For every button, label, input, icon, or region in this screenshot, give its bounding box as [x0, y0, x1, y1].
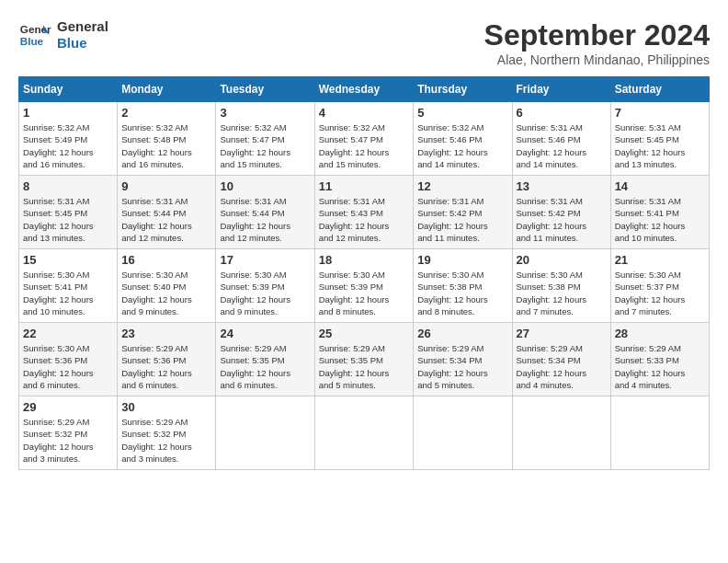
calendar-week-row: 1Sunrise: 5:32 AMSunset: 5:49 PMDaylight… [19, 102, 710, 176]
day-number: 11 [319, 179, 410, 193]
table-row: 17Sunrise: 5:30 AMSunset: 5:39 PMDayligh… [216, 249, 314, 323]
location-title: Alae, Northern Mindanao, Philippines [484, 52, 710, 67]
month-title: September 2024 [484, 18, 710, 52]
table-row: 12Sunrise: 5:31 AMSunset: 5:42 PMDayligh… [414, 176, 512, 249]
day-info: Sunrise: 5:30 AMSunset: 5:41 PMDaylight:… [23, 269, 113, 317]
table-row: 14Sunrise: 5:31 AMSunset: 5:41 PMDayligh… [610, 176, 709, 249]
day-info: Sunrise: 5:30 AMSunset: 5:38 PMDaylight:… [417, 269, 507, 317]
day-number: 21 [615, 253, 705, 267]
day-number: 28 [615, 327, 705, 340]
table-row: 28Sunrise: 5:29 AMSunset: 5:33 PMDayligh… [610, 323, 709, 396]
day-info: Sunrise: 5:32 AMSunset: 5:46 PMDaylight:… [417, 121, 507, 170]
table-row: 16Sunrise: 5:30 AMSunset: 5:40 PMDayligh… [118, 249, 216, 323]
day-info: Sunrise: 5:30 AMSunset: 5:39 PMDaylight:… [220, 269, 310, 317]
calendar-week-row: 29Sunrise: 5:29 AMSunset: 5:32 PMDayligh… [19, 396, 710, 470]
day-info: Sunrise: 5:30 AMSunset: 5:38 PMDaylight:… [517, 269, 607, 317]
calendar-week-row: 22Sunrise: 5:30 AMSunset: 5:36 PMDayligh… [19, 323, 710, 396]
calendar-table: Sunday Monday Tuesday Wednesday Thursday… [18, 76, 710, 470]
day-number: 12 [417, 179, 507, 193]
table-row: 19Sunrise: 5:30 AMSunset: 5:38 PMDayligh… [414, 249, 512, 323]
day-info: Sunrise: 5:31 AMSunset: 5:44 PMDaylight:… [121, 195, 211, 244]
header-thursday: Thursday [414, 77, 512, 102]
day-number: 5 [417, 106, 507, 120]
page-header: General Blue General Blue September 2024… [18, 18, 710, 67]
day-number: 6 [517, 106, 607, 120]
day-info: Sunrise: 5:31 AMSunset: 5:42 PMDaylight:… [417, 195, 507, 244]
day-info: Sunrise: 5:32 AMSunset: 5:49 PMDaylight:… [23, 121, 113, 170]
table-row: 30Sunrise: 5:29 AMSunset: 5:32 PMDayligh… [118, 396, 216, 470]
day-info: Sunrise: 5:29 AMSunset: 5:34 PMDaylight:… [517, 342, 607, 391]
table-row: 3Sunrise: 5:32 AMSunset: 5:47 PMDaylight… [216, 102, 314, 176]
day-number: 29 [23, 400, 113, 414]
day-number: 20 [517, 253, 607, 267]
header-saturday: Saturday [610, 77, 709, 102]
calendar-week-row: 8Sunrise: 5:31 AMSunset: 5:45 PMDaylight… [19, 176, 710, 249]
day-info: Sunrise: 5:31 AMSunset: 5:46 PMDaylight:… [517, 121, 607, 170]
day-number: 4 [319, 106, 410, 120]
day-number: 15 [23, 253, 113, 267]
table-row: 18Sunrise: 5:30 AMSunset: 5:39 PMDayligh… [314, 249, 414, 323]
day-info: Sunrise: 5:29 AMSunset: 5:35 PMDaylight:… [220, 342, 310, 391]
day-info: Sunrise: 5:30 AMSunset: 5:40 PMDaylight:… [121, 269, 211, 317]
header-tuesday: Tuesday [216, 77, 314, 102]
header-monday: Monday [118, 77, 216, 102]
table-row: 11Sunrise: 5:31 AMSunset: 5:43 PMDayligh… [314, 176, 414, 249]
table-row: 6Sunrise: 5:31 AMSunset: 5:46 PMDaylight… [512, 102, 610, 176]
day-info: Sunrise: 5:32 AMSunset: 5:48 PMDaylight:… [121, 121, 211, 170]
table-row: 2Sunrise: 5:32 AMSunset: 5:48 PMDaylight… [118, 102, 216, 176]
table-row: 21Sunrise: 5:30 AMSunset: 5:37 PMDayligh… [610, 249, 709, 323]
day-info: Sunrise: 5:30 AMSunset: 5:39 PMDaylight:… [319, 269, 410, 317]
day-number: 18 [319, 253, 410, 267]
logo-blue: Blue [57, 35, 108, 52]
day-number: 1 [23, 106, 113, 120]
svg-text:Blue: Blue [20, 35, 44, 47]
day-number: 16 [121, 253, 211, 267]
table-row: 22Sunrise: 5:30 AMSunset: 5:36 PMDayligh… [19, 323, 118, 396]
day-info: Sunrise: 5:31 AMSunset: 5:41 PMDaylight:… [615, 195, 705, 244]
weekday-header-row: Sunday Monday Tuesday Wednesday Thursday… [19, 77, 710, 102]
day-number: 27 [517, 327, 607, 340]
day-number: 30 [121, 400, 211, 414]
day-number: 13 [517, 179, 607, 193]
logo-icon: General Blue [18, 18, 51, 52]
table-row: 27Sunrise: 5:29 AMSunset: 5:34 PMDayligh… [512, 323, 610, 396]
header-sunday: Sunday [19, 77, 118, 102]
day-info: Sunrise: 5:31 AMSunset: 5:42 PMDaylight:… [517, 195, 607, 244]
day-info: Sunrise: 5:29 AMSunset: 5:34 PMDaylight:… [417, 342, 507, 391]
day-info: Sunrise: 5:32 AMSunset: 5:47 PMDaylight:… [319, 121, 410, 170]
table-row: 8Sunrise: 5:31 AMSunset: 5:45 PMDaylight… [19, 176, 118, 249]
day-info: Sunrise: 5:29 AMSunset: 5:36 PMDaylight:… [121, 342, 211, 391]
logo-text: General [57, 18, 108, 35]
day-number: 3 [220, 106, 310, 120]
day-info: Sunrise: 5:29 AMSunset: 5:35 PMDaylight:… [319, 342, 410, 391]
table-row [512, 396, 610, 470]
day-info: Sunrise: 5:31 AMSunset: 5:43 PMDaylight:… [319, 195, 410, 244]
table-row: 10Sunrise: 5:31 AMSunset: 5:44 PMDayligh… [216, 176, 314, 249]
svg-text:General: General [20, 23, 51, 35]
table-row: 9Sunrise: 5:31 AMSunset: 5:44 PMDaylight… [118, 176, 216, 249]
day-number: 22 [23, 327, 113, 340]
day-number: 2 [121, 106, 211, 120]
header-friday: Friday [512, 77, 610, 102]
day-number: 10 [220, 179, 310, 193]
table-row [414, 396, 512, 470]
table-row [314, 396, 414, 470]
logo: General Blue General Blue [18, 18, 108, 52]
calendar-week-row: 15Sunrise: 5:30 AMSunset: 5:41 PMDayligh… [19, 249, 710, 323]
day-number: 9 [121, 179, 211, 193]
day-info: Sunrise: 5:31 AMSunset: 5:45 PMDaylight:… [615, 121, 705, 170]
table-row: 13Sunrise: 5:31 AMSunset: 5:42 PMDayligh… [512, 176, 610, 249]
day-number: 23 [121, 327, 211, 340]
day-info: Sunrise: 5:32 AMSunset: 5:47 PMDaylight:… [220, 121, 310, 170]
table-row [610, 396, 709, 470]
table-row: 25Sunrise: 5:29 AMSunset: 5:35 PMDayligh… [314, 323, 414, 396]
title-section: September 2024 Alae, Northern Mindanao, … [484, 18, 710, 67]
day-number: 7 [615, 106, 705, 120]
table-row: 1Sunrise: 5:32 AMSunset: 5:49 PMDaylight… [19, 102, 118, 176]
day-info: Sunrise: 5:29 AMSunset: 5:32 PMDaylight:… [23, 416, 113, 465]
day-number: 8 [23, 179, 113, 193]
day-number: 19 [417, 253, 507, 267]
table-row: 29Sunrise: 5:29 AMSunset: 5:32 PMDayligh… [19, 396, 118, 470]
day-number: 26 [417, 327, 507, 340]
day-info: Sunrise: 5:30 AMSunset: 5:37 PMDaylight:… [615, 269, 705, 317]
